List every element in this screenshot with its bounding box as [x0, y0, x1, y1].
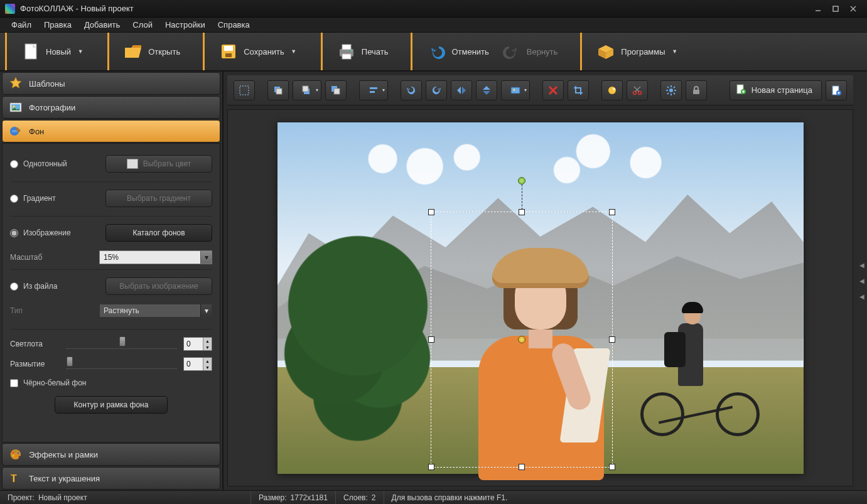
crop-button[interactable] [568, 80, 589, 100]
svg-point-35 [608, 87, 616, 94]
spin-down-icon: ▼ [203, 344, 212, 350]
layer-down-button[interactable] [325, 80, 347, 100]
layers-value: 2 [372, 493, 376, 502]
decor-cyclist [640, 260, 760, 436]
menu-settings[interactable]: Настройки [159, 18, 212, 31]
resize-handle[interactable] [428, 464, 434, 470]
menu-add[interactable]: Добавить [78, 18, 126, 31]
lock-button[interactable] [686, 80, 707, 100]
flip-horizontal-button[interactable] [451, 80, 472, 100]
programs-button[interactable]: Программы ▼ [590, 38, 685, 65]
radio-solid[interactable]: Однотонный [10, 159, 67, 168]
brightness-input[interactable]: 0▲▼ [183, 337, 212, 351]
tab-background[interactable]: Фон [2, 120, 220, 142]
blur-label: Размытие [10, 360, 60, 368]
type-label: Тип [10, 306, 23, 315]
layer-up-button[interactable] [293, 80, 321, 100]
resize-handle[interactable] [519, 464, 525, 470]
close-button[interactable] [844, 3, 862, 15]
star-icon [9, 77, 23, 90]
resize-handle[interactable] [609, 209, 615, 215]
chevron-down-icon[interactable]: ▼ [670, 48, 679, 55]
rotate-left-button[interactable] [401, 80, 422, 100]
bring-front-button[interactable] [267, 80, 289, 100]
center-handle[interactable] [518, 336, 525, 343]
svg-rect-1 [833, 6, 838, 11]
align-button[interactable] [359, 80, 388, 100]
menu-file[interactable]: Файл [5, 18, 38, 31]
color-adjust-button[interactable] [601, 80, 623, 100]
delete-button[interactable] [542, 80, 564, 100]
scale-select[interactable]: 15%▾ [99, 250, 212, 264]
svg-point-12 [350, 50, 352, 52]
box-icon [596, 41, 616, 62]
rotate-right-button[interactable] [426, 80, 447, 100]
chevron-down-icon[interactable]: ▼ [289, 48, 298, 55]
open-button[interactable]: Открыть [117, 38, 186, 65]
app-icon [5, 4, 15, 14]
menu-edit[interactable]: Правка [38, 18, 78, 31]
page-settings-button[interactable] [826, 80, 847, 100]
undo-button[interactable]: Отменить [420, 38, 495, 65]
resize-handle[interactable] [428, 336, 434, 343]
right-collapser[interactable]: ◀ ◀ ◀ [857, 72, 867, 490]
resize-handle[interactable] [428, 209, 434, 215]
tab-photos[interactable]: Фотографии [2, 96, 220, 119]
bw-checkbox[interactable]: Чёрно-белый фон [10, 378, 212, 387]
svg-line-47 [674, 93, 675, 94]
radio-from-file[interactable]: Из файла [10, 282, 57, 291]
radio-image[interactable]: Изображение [10, 228, 71, 237]
brightness-slider[interactable] [67, 339, 177, 349]
redo-icon [502, 41, 522, 62]
rotate-handle[interactable] [518, 177, 525, 185]
svg-point-41 [669, 88, 673, 92]
contour-button[interactable]: Контур и рамка фона [55, 396, 168, 414]
save-button[interactable]: Сохранить ▼ [212, 38, 304, 65]
redo-button[interactable]: Вернуть [495, 38, 564, 65]
resize-handle[interactable] [519, 209, 525, 215]
canvas-viewport[interactable] [227, 109, 853, 486]
svg-point-57 [838, 92, 840, 94]
choose-gradient-button[interactable]: Выбрать градиент [105, 190, 212, 207]
page-add-icon [735, 83, 746, 97]
tab-text[interactable]: T Текст и украшения [2, 467, 220, 490]
tab-effects[interactable]: Эффекты и рамки [2, 443, 220, 466]
tab-templates[interactable]: Шаблоны [2, 72, 220, 95]
title-bar: ФотоКОЛЛАЖ - Новый проект [0, 0, 867, 18]
print-button[interactable]: Печать [330, 38, 395, 65]
fit-button[interactable] [501, 80, 530, 100]
text-icon: T [9, 471, 23, 485]
catalog-button[interactable]: Каталог фонов [105, 224, 212, 242]
choose-image-button[interactable]: Выбрать изображение [105, 277, 212, 295]
svg-point-18 [15, 451, 17, 453]
canvas-toolbar: Новая страница [227, 75, 853, 105]
status-bar: Проект: Новый проект Размер: 1772x1181 С… [0, 490, 867, 504]
resize-handle[interactable] [609, 464, 615, 470]
spin-up-icon: ▲ [203, 338, 212, 344]
canvas[interactable] [277, 122, 804, 474]
chevron-down-icon[interactable]: ▼ [76, 48, 85, 55]
blur-slider[interactable] [67, 359, 177, 369]
menu-layer[interactable]: Слой [126, 18, 159, 31]
svg-point-19 [18, 453, 19, 454]
window-title: ФотоКОЛЛАЖ - Новый проект [20, 4, 134, 13]
svg-line-46 [667, 87, 669, 88]
size-label: Размер: [259, 493, 287, 502]
type-select: Растянуть▾ [99, 304, 212, 318]
radio-gradient[interactable]: Градиент [10, 194, 56, 203]
choose-color-button[interactable]: Выбрать цвет [105, 155, 212, 173]
new-button[interactable]: Новый ▼ [14, 38, 91, 65]
selection-box[interactable] [431, 212, 613, 468]
menu-help[interactable]: Справка [212, 18, 256, 31]
resize-handle[interactable] [609, 336, 615, 343]
minimize-button[interactable] [809, 3, 827, 15]
settings-button[interactable] [660, 80, 682, 100]
maximize-button[interactable] [827, 3, 844, 15]
flip-vertical-button[interactable] [476, 80, 497, 100]
blur-input[interactable]: 0▲▼ [183, 357, 212, 371]
new-file-icon [21, 41, 41, 62]
cut-button[interactable] [627, 80, 648, 100]
svg-point-36 [613, 88, 615, 90]
select-all-button[interactable] [234, 80, 255, 100]
new-page-button[interactable]: Новая страница [730, 80, 822, 100]
